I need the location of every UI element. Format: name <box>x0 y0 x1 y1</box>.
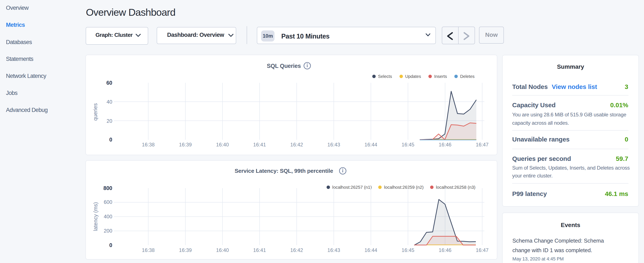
svg-text:16:41: 16:41 <box>253 247 266 253</box>
svg-text:16:46: 16:46 <box>438 142 451 147</box>
svg-text:16:42: 16:42 <box>290 247 303 253</box>
svg-text:40: 40 <box>106 99 112 105</box>
svg-text:16:46: 16:46 <box>438 247 451 253</box>
svg-text:16:44: 16:44 <box>364 247 377 253</box>
svg-text:queries: queries <box>92 103 98 121</box>
svg-text:16:45: 16:45 <box>402 247 414 253</box>
svg-text:0: 0 <box>109 242 112 248</box>
svg-text:20: 20 <box>106 118 112 124</box>
svg-text:16:43: 16:43 <box>328 142 340 147</box>
svg-text:400: 400 <box>104 214 112 219</box>
svg-text:16:41: 16:41 <box>253 142 266 147</box>
svg-text:16:47: 16:47 <box>476 247 488 253</box>
svg-text:16:47: 16:47 <box>476 142 488 147</box>
svg-text:800: 800 <box>103 185 112 191</box>
svg-text:16:40: 16:40 <box>216 247 229 253</box>
svg-text:16:38: 16:38 <box>142 142 154 147</box>
svg-text:60: 60 <box>106 80 112 86</box>
svg-text:600: 600 <box>104 199 112 205</box>
svg-text:16:40: 16:40 <box>216 142 229 147</box>
svg-text:200: 200 <box>104 228 112 234</box>
svg-text:16:44: 16:44 <box>364 142 377 147</box>
svg-text:latency (ms): latency (ms) <box>92 202 98 231</box>
svg-text:16:39: 16:39 <box>179 142 192 147</box>
svg-text:16:39: 16:39 <box>179 247 192 253</box>
svg-text:16:43: 16:43 <box>328 247 340 253</box>
svg-text:16:45: 16:45 <box>402 142 414 147</box>
svg-text:16:38: 16:38 <box>142 247 154 253</box>
svg-text:16:42: 16:42 <box>290 142 303 147</box>
svg-text:0: 0 <box>109 137 112 143</box>
